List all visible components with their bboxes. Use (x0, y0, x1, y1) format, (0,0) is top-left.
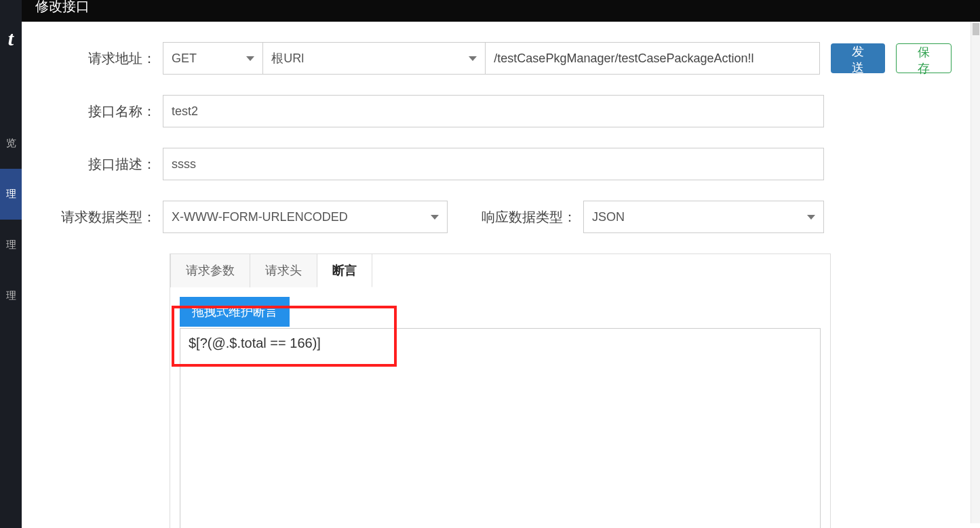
interface-desc-input[interactable] (163, 148, 824, 180)
modal-title-bar: 修改接口 (22, 0, 980, 22)
scrollbar-thumb[interactable] (973, 23, 979, 35)
app-logo: t (8, 27, 14, 50)
sidebar: t 览 理 理 理 (0, 0, 22, 528)
chevron-down-icon (469, 56, 477, 61)
http-method-value: GET (172, 52, 197, 66)
url-path-input[interactable] (485, 42, 820, 75)
tabs-container: 请求参数 请求头 断言 拖拽式维护断言 (170, 253, 831, 528)
tab-assertion[interactable]: 断言 (317, 253, 372, 287)
drag-assertion-button[interactable]: 拖拽式维护断言 (180, 297, 290, 327)
modal-body: 请求地址： GET 根URl 发送 保存 接口名称： (22, 22, 972, 528)
main-area: 修改接口 请求地址： GET 根URl 发送 保存 (22, 0, 980, 528)
chevron-down-icon (431, 215, 439, 220)
vertical-scrollbar[interactable] (971, 22, 980, 523)
label-interface-name: 接口名称： (42, 102, 163, 121)
modal-title: 修改接口 (35, 0, 90, 16)
send-button[interactable]: 发送 (831, 43, 885, 73)
response-data-type-select[interactable]: JSON (583, 201, 824, 233)
chevron-down-icon (246, 56, 254, 61)
tab-request-headers[interactable]: 请求头 (250, 253, 317, 287)
root-uri-select[interactable]: 根URl (262, 42, 485, 75)
http-method-select[interactable]: GET (163, 42, 262, 75)
response-data-type-value: JSON (592, 210, 625, 224)
label-interface-desc: 接口描述： (42, 155, 163, 174)
sidebar-item-0[interactable]: 览 (0, 118, 22, 169)
label-request-data-type: 请求数据类型： (42, 208, 163, 226)
root-uri-value: 根URl (271, 50, 304, 66)
interface-name-input[interactable] (163, 95, 824, 127)
chevron-down-icon (807, 215, 815, 220)
tab-pane-assertion: 拖拽式维护断言 (170, 287, 830, 528)
label-response-data-type: 响应数据类型： (448, 208, 583, 226)
sidebar-item-2[interactable]: 理 (0, 220, 22, 270)
tab-request-params[interactable]: 请求参数 (170, 253, 250, 287)
request-data-type-value: X-WWW-FORM-URLENCODED (172, 210, 348, 224)
request-data-type-select[interactable]: X-WWW-FORM-URLENCODED (163, 201, 448, 233)
tab-bar: 请求参数 请求头 断言 (170, 253, 830, 287)
save-button[interactable]: 保存 (896, 43, 952, 73)
sidebar-item-3[interactable]: 理 (0, 270, 22, 321)
assertion-textarea[interactable] (180, 328, 821, 528)
sidebar-item-1[interactable]: 理 (0, 169, 22, 220)
label-request-url: 请求地址： (42, 49, 163, 68)
